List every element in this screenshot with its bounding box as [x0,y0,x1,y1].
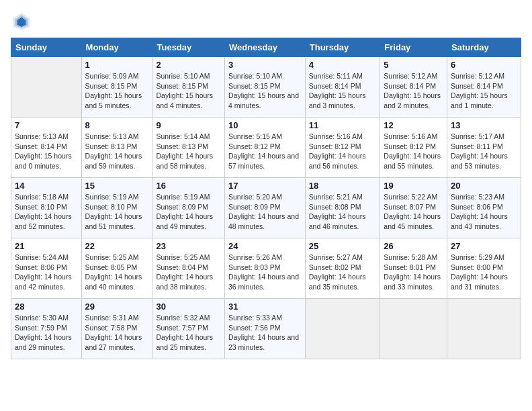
calendar-cell: 3Sunrise: 5:10 AMSunset: 8:15 PMDaylight… [224,57,305,118]
calendar-cell [380,299,447,359]
calendar-cell: 28Sunrise: 5:30 AMSunset: 7:59 PMDayligh… [11,299,82,359]
weekday-header-saturday: Saturday [447,38,521,57]
day-number: 2 [156,60,221,70]
weekday-header-friday: Friday [380,38,447,57]
weekday-header-monday: Monday [81,38,152,57]
day-info: Sunrise: 5:26 AMSunset: 8:03 PMDaylight:… [228,253,302,292]
day-info: Sunrise: 5:27 AMSunset: 8:02 PMDaylight:… [309,253,377,292]
calendar-cell: 17Sunrise: 5:20 AMSunset: 8:09 PMDayligh… [224,178,305,238]
day-info: Sunrise: 5:10 AMSunset: 8:15 PMDaylight:… [228,71,302,111]
day-number: 23 [156,241,221,251]
day-info: Sunrise: 5:13 AMSunset: 8:14 PMDaylight:… [15,132,78,171]
calendar-cell: 16Sunrise: 5:19 AMSunset: 8:09 PMDayligh… [152,178,225,238]
logo-icon [11,11,32,32]
day-number: 9 [156,120,221,130]
day-number: 1 [85,60,149,70]
day-number: 29 [85,302,149,312]
day-info: Sunrise: 5:15 AMSunset: 8:12 PMDaylight:… [228,132,302,171]
day-info: Sunrise: 5:23 AMSunset: 8:06 PMDaylight:… [451,192,517,232]
day-info: Sunrise: 5:12 AMSunset: 8:14 PMDaylight:… [384,71,443,111]
calendar-cell: 31Sunrise: 5:33 AMSunset: 7:56 PMDayligh… [224,299,305,359]
calendar-cell: 22Sunrise: 5:25 AMSunset: 8:05 PMDayligh… [81,238,152,299]
day-info: Sunrise: 5:32 AMSunset: 7:57 PMDaylight:… [156,313,221,353]
day-number: 31 [228,302,302,312]
day-number: 6 [451,60,517,70]
day-info: Sunrise: 5:31 AMSunset: 7:58 PMDaylight:… [85,313,149,353]
page-header [11,11,521,32]
weekday-header-thursday: Thursday [305,38,380,57]
day-info: Sunrise: 5:21 AMSunset: 8:08 PMDaylight:… [309,192,377,232]
calendar-cell: 7Sunrise: 5:13 AMSunset: 8:14 PMDaylight… [11,118,82,178]
day-number: 3 [228,60,302,70]
day-info: Sunrise: 5:11 AMSunset: 8:14 PMDaylight:… [309,71,377,111]
day-info: Sunrise: 5:29 AMSunset: 8:00 PMDaylight:… [451,253,517,292]
calendar-cell: 27Sunrise: 5:29 AMSunset: 8:00 PMDayligh… [447,238,521,299]
day-number: 5 [384,60,443,70]
day-number: 26 [384,241,443,251]
day-info: Sunrise: 5:17 AMSunset: 8:11 PMDaylight:… [451,132,517,171]
day-info: Sunrise: 5:22 AMSunset: 8:07 PMDaylight:… [384,192,443,232]
day-number: 15 [85,181,149,191]
calendar-cell: 24Sunrise: 5:26 AMSunset: 8:03 PMDayligh… [224,238,305,299]
day-number: 10 [228,120,302,130]
day-number: 21 [15,241,78,251]
day-number: 27 [451,241,517,251]
week-row-2: 7Sunrise: 5:13 AMSunset: 8:14 PMDaylight… [11,118,521,178]
calendar-cell: 12Sunrise: 5:16 AMSunset: 8:12 PMDayligh… [380,118,447,178]
calendar-cell: 13Sunrise: 5:17 AMSunset: 8:11 PMDayligh… [447,118,521,178]
day-info: Sunrise: 5:25 AMSunset: 8:04 PMDaylight:… [156,253,221,292]
calendar-cell: 19Sunrise: 5:22 AMSunset: 8:07 PMDayligh… [380,178,447,238]
calendar-table: SundayMondayTuesdayWednesdayThursdayFrid… [11,38,521,359]
day-info: Sunrise: 5:12 AMSunset: 8:14 PMDaylight:… [451,71,517,111]
day-number: 19 [384,181,443,191]
day-info: Sunrise: 5:13 AMSunset: 8:13 PMDaylight:… [85,132,149,171]
calendar-cell: 20Sunrise: 5:23 AMSunset: 8:06 PMDayligh… [447,178,521,238]
day-info: Sunrise: 5:19 AMSunset: 8:10 PMDaylight:… [85,192,149,232]
day-number: 16 [156,181,221,191]
calendar-cell: 4Sunrise: 5:11 AMSunset: 8:14 PMDaylight… [305,57,380,118]
calendar-cell: 11Sunrise: 5:16 AMSunset: 8:12 PMDayligh… [305,118,380,178]
weekday-header-tuesday: Tuesday [152,38,225,57]
day-info: Sunrise: 5:33 AMSunset: 7:56 PMDaylight:… [228,313,302,353]
week-row-5: 28Sunrise: 5:30 AMSunset: 7:59 PMDayligh… [11,299,521,359]
day-number: 24 [228,241,302,251]
calendar-cell [11,57,82,118]
calendar-cell: 8Sunrise: 5:13 AMSunset: 8:13 PMDaylight… [81,118,152,178]
calendar-cell: 25Sunrise: 5:27 AMSunset: 8:02 PMDayligh… [305,238,380,299]
calendar-cell: 5Sunrise: 5:12 AMSunset: 8:14 PMDaylight… [380,57,447,118]
day-number: 17 [228,181,302,191]
day-number: 12 [384,120,443,130]
calendar-cell: 15Sunrise: 5:19 AMSunset: 8:10 PMDayligh… [81,178,152,238]
day-info: Sunrise: 5:25 AMSunset: 8:05 PMDaylight:… [85,253,149,292]
weekday-header-sunday: Sunday [11,38,82,57]
calendar-cell: 14Sunrise: 5:18 AMSunset: 8:10 PMDayligh… [11,178,82,238]
calendar-cell: 26Sunrise: 5:28 AMSunset: 8:01 PMDayligh… [380,238,447,299]
weekday-header-row: SundayMondayTuesdayWednesdayThursdayFrid… [11,38,521,57]
weekday-header-wednesday: Wednesday [224,38,305,57]
day-number: 8 [85,120,149,130]
day-info: Sunrise: 5:28 AMSunset: 8:01 PMDaylight:… [384,253,443,292]
calendar-cell: 1Sunrise: 5:09 AMSunset: 8:15 PMDaylight… [81,57,152,118]
week-row-1: 1Sunrise: 5:09 AMSunset: 8:15 PMDaylight… [11,57,521,118]
day-number: 25 [309,241,377,251]
day-number: 13 [451,120,517,130]
logo [11,11,35,32]
calendar-cell: 23Sunrise: 5:25 AMSunset: 8:04 PMDayligh… [152,238,225,299]
day-info: Sunrise: 5:16 AMSunset: 8:12 PMDaylight:… [384,132,443,171]
calendar-cell: 21Sunrise: 5:24 AMSunset: 8:06 PMDayligh… [11,238,82,299]
week-row-4: 21Sunrise: 5:24 AMSunset: 8:06 PMDayligh… [11,238,521,299]
calendar-cell: 6Sunrise: 5:12 AMSunset: 8:14 PMDaylight… [447,57,521,118]
day-info: Sunrise: 5:18 AMSunset: 8:10 PMDaylight:… [15,192,78,232]
day-number: 7 [15,120,78,130]
day-info: Sunrise: 5:19 AMSunset: 8:09 PMDaylight:… [156,192,221,232]
calendar-cell [447,299,521,359]
calendar-cell: 18Sunrise: 5:21 AMSunset: 8:08 PMDayligh… [305,178,380,238]
day-number: 18 [309,181,377,191]
day-number: 11 [309,120,377,130]
day-info: Sunrise: 5:24 AMSunset: 8:06 PMDaylight:… [15,253,78,292]
day-info: Sunrise: 5:09 AMSunset: 8:15 PMDaylight:… [85,71,149,111]
calendar-cell: 9Sunrise: 5:14 AMSunset: 8:13 PMDaylight… [152,118,225,178]
day-number: 28 [15,302,78,312]
day-number: 20 [451,181,517,191]
day-info: Sunrise: 5:14 AMSunset: 8:13 PMDaylight:… [156,132,221,171]
